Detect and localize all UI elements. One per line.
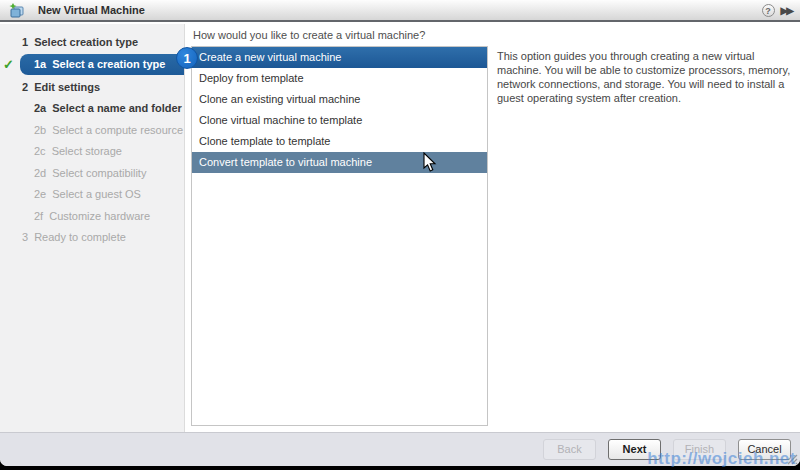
sidebar-step-3: 3Ready to complete [0,227,184,249]
sidebar-step-1a-pill[interactable]: 1aSelect a creation type [20,54,184,75]
wizard-steps-sidebar: 1Select creation type ✓ 1aSelect a creat… [0,24,185,432]
option-clone-vm-to-template[interactable]: Clone virtual machine to template [192,110,487,131]
collapse-icon[interactable]: ▶▶ [781,5,792,16]
footer-bar: Back Next Finish Cancel [0,432,800,466]
resize-grip[interactable] [787,454,798,465]
finish-button[interactable]: Finish [673,439,726,460]
sidebar-step-2a: 2aSelect a name and folder [0,98,184,120]
window-title: New Virtual Machine [38,4,145,16]
creation-type-list: Create a new virtual machine Deploy from… [191,46,488,426]
wizard-content: How would you like to create a virtual m… [186,24,800,432]
new-vm-icon [9,3,25,18]
sidebar-step-2d: 2dSelect compatibility [0,163,184,185]
sidebar-step-2b: 2bSelect a compute resource [0,120,184,142]
sidebar-step-2f: 2fCustomize hardware [0,206,184,228]
option-create-new-vm[interactable]: Create a new virtual machine [192,47,487,68]
option-clone-existing-vm[interactable]: Clone an existing virtual machine [192,89,487,110]
back-button[interactable]: Back [543,439,596,460]
creation-type-question: How would you like to create a virtual m… [193,29,425,41]
next-button[interactable]: Next [608,439,661,460]
sidebar-step-2e: 2eSelect a guest OS [0,184,184,206]
sidebar-step-2: 2Edit settings [0,77,184,99]
wizard-body: 1Select creation type ✓ 1aSelect a creat… [0,24,800,432]
cancel-button[interactable]: Cancel [738,439,791,460]
sidebar-step-1a[interactable]: ✓ 1aSelect a creation type [0,54,184,76]
option-convert-template-to-vm[interactable]: Convert template to virtual machine [192,152,487,173]
sidebar-step-1: 1Select creation type [0,32,184,54]
option-deploy-from-template[interactable]: Deploy from template [192,68,487,89]
help-icon[interactable]: ? [762,4,775,17]
new-vm-wizard-dialog: New Virtual Machine ? ▶▶ 1Select creatio… [0,0,800,466]
option-clone-template-to-template[interactable]: Clone template to template [192,131,487,152]
option-description: This option guides you through creating … [497,49,793,105]
sidebar-step-2c: 2cSelect storage [0,141,184,163]
title-bar: New Virtual Machine ? ▶▶ [0,0,800,22]
annotation-badge-1: 1 [176,47,198,69]
check-icon: ✓ [3,57,14,72]
